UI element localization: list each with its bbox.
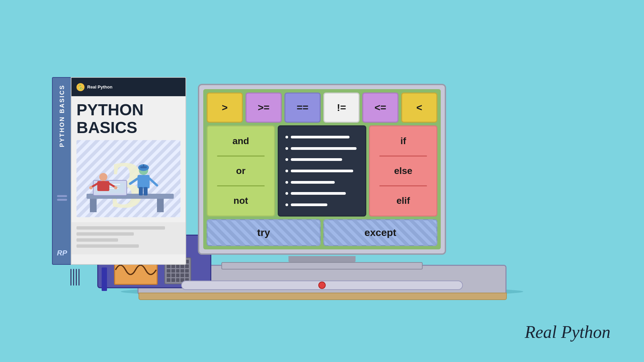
code-line bbox=[291, 192, 346, 195]
operator-lte-btn[interactable]: <= bbox=[362, 93, 398, 123]
spine-decoration bbox=[57, 195, 67, 201]
svg-point-17 bbox=[114, 186, 117, 189]
spine-logo: RP bbox=[57, 249, 67, 257]
spine-title: PYTHON BASICS bbox=[59, 84, 66, 147]
keyword-not: not bbox=[233, 195, 248, 206]
svg-point-12 bbox=[99, 173, 107, 181]
book-spine: PYTHON BASICS RP bbox=[52, 77, 72, 265]
code-line bbox=[291, 147, 357, 150]
keyword-if: if bbox=[400, 136, 406, 146]
real-python-snake-icon: 🐍 bbox=[76, 83, 85, 91]
scene: PYTHON BASICS RP 🐍 Real Python PYTHON BA… bbox=[0, 0, 644, 362]
keyword-try-btn[interactable]: try bbox=[207, 219, 321, 246]
brand-logo: Real Python bbox=[525, 322, 610, 342]
monitor-stand bbox=[288, 256, 356, 262]
book-container: PYTHON BASICS RP 🐍 Real Python PYTHON BA… bbox=[52, 77, 186, 265]
code-line bbox=[291, 136, 350, 138]
keyword-except-btn[interactable]: except bbox=[323, 219, 437, 246]
logic-divider bbox=[217, 156, 265, 157]
brand-name: Real Python bbox=[525, 322, 610, 342]
svg-rect-13 bbox=[97, 181, 109, 191]
logic-keywords-panel: and or not bbox=[207, 125, 275, 217]
cover-bar bbox=[76, 238, 118, 242]
keyword-else: else bbox=[394, 166, 413, 176]
code-bullet bbox=[285, 192, 288, 195]
monitor-container: > >= == != <= < bbox=[198, 84, 446, 272]
code-bullet bbox=[285, 136, 288, 138]
svg-rect-23 bbox=[139, 187, 143, 195]
keyword-and: and bbox=[232, 136, 249, 146]
conditional-keywords-panel: if else elif bbox=[369, 125, 437, 217]
operator-lt-btn[interactable]: < bbox=[401, 93, 437, 123]
operators-row: > >= == != <= < bbox=[207, 93, 437, 123]
code-bullet bbox=[285, 181, 288, 184]
monitor-frame: > >= == != <= < bbox=[198, 84, 446, 255]
cover-logo-text: Real Python bbox=[87, 84, 112, 89]
operator-gt-btn[interactable]: > bbox=[207, 93, 243, 123]
keyword-or: or bbox=[236, 166, 246, 176]
cover-illustration: 3 bbox=[76, 140, 180, 217]
svg-rect-22 bbox=[138, 175, 150, 188]
operator-eq-btn[interactable]: == bbox=[284, 93, 321, 123]
slider-bar[interactable] bbox=[181, 281, 463, 290]
svg-point-16 bbox=[89, 186, 93, 189]
code-bullet bbox=[285, 147, 288, 150]
cover-bar bbox=[76, 226, 165, 230]
operator-gte-btn[interactable]: >= bbox=[246, 93, 282, 123]
vcr-line bbox=[102, 267, 107, 291]
svg-rect-21 bbox=[140, 166, 147, 168]
operator-neq-btn[interactable]: != bbox=[323, 93, 360, 123]
code-line bbox=[291, 170, 353, 172]
slider-knob[interactable] bbox=[318, 282, 326, 289]
cond-divider bbox=[379, 156, 427, 157]
code-display-panel bbox=[278, 125, 367, 217]
cover-bar bbox=[76, 232, 134, 236]
exception-keywords-row: try except bbox=[207, 219, 437, 246]
code-line bbox=[291, 158, 342, 161]
code-line bbox=[291, 203, 327, 206]
code-bullet bbox=[285, 170, 288, 172]
cond-divider bbox=[379, 185, 427, 186]
monitor-screen: > >= == != <= < bbox=[203, 89, 441, 249]
cover-header: 🐍 Real Python bbox=[71, 78, 185, 96]
cover-bottom-info bbox=[71, 222, 185, 254]
svg-rect-5 bbox=[90, 199, 97, 212]
code-bullet bbox=[285, 158, 288, 161]
rack-decoration bbox=[70, 269, 79, 286]
middle-content-row: and or not bbox=[207, 125, 437, 217]
svg-rect-24 bbox=[144, 187, 148, 195]
cover-body: PYTHON BASICS bbox=[71, 96, 185, 222]
code-line bbox=[291, 181, 335, 184]
code-bullet bbox=[285, 203, 288, 206]
cover-bar bbox=[76, 244, 139, 248]
keyword-elif: elif bbox=[396, 195, 410, 206]
logic-divider bbox=[217, 185, 265, 186]
book-cover: 🐍 Real Python PYTHON BASICS bbox=[71, 77, 186, 265]
svg-rect-6 bbox=[157, 199, 164, 212]
monitor-base bbox=[221, 262, 423, 269]
book-title: PYTHON BASICS bbox=[76, 101, 180, 137]
